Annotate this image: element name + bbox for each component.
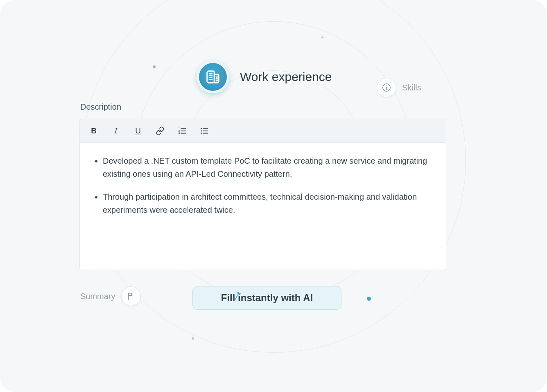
description-editor[interactable]: B I U 1 2 3 (79, 119, 446, 270)
bullet-item[interactable]: Through participation in architect commi… (103, 190, 434, 216)
italic-button[interactable]: I (107, 123, 125, 139)
section-header: Work experience (197, 61, 332, 93)
canvas: Skills Work experience Description B I U (0, 0, 547, 392)
svg-point-21 (201, 130, 202, 131)
svg-rect-3 (207, 71, 214, 83)
bullet-item[interactable]: Developed a .NET custom template PoC to … (103, 154, 434, 180)
svg-point-2 (386, 86, 387, 86)
section-title: Work experience (240, 70, 332, 84)
bullet-list-icon (200, 126, 209, 135)
description-label: Description (80, 102, 121, 112)
orbit-dot (321, 36, 323, 38)
orbit-dot (192, 337, 194, 340)
info-icon (377, 78, 396, 97)
editor-toolbar: B I U 1 2 3 (80, 119, 446, 143)
orbit-badge-summary[interactable]: Summary (80, 286, 141, 306)
ai-button-label: Fill instantly with AI (221, 292, 313, 303)
link-icon (156, 126, 165, 135)
ordered-list-icon: 1 2 3 (178, 126, 187, 135)
orbit-badge-label: Skills (402, 83, 421, 92)
orbit-dot (153, 65, 156, 68)
building-icon (197, 61, 229, 93)
orbit-badge-label: Summary (80, 292, 115, 301)
editor-content[interactable]: Developed a .NET custom template PoC to … (80, 143, 446, 270)
ordered-list-button[interactable]: 1 2 3 (173, 123, 191, 139)
svg-point-22 (201, 133, 202, 134)
underline-button[interactable]: U (129, 123, 147, 139)
fill-with-ai-button[interactable]: Fill instantly with AI (192, 286, 341, 310)
bullet-list-button[interactable] (195, 123, 213, 139)
orbit-badge-skills[interactable]: Skills (377, 78, 421, 97)
link-button[interactable] (151, 123, 169, 139)
flag-icon (121, 286, 141, 306)
svg-text:3: 3 (179, 131, 180, 134)
bold-button[interactable]: B (85, 123, 103, 139)
svg-point-20 (201, 128, 202, 129)
orbit-dot (367, 297, 371, 301)
